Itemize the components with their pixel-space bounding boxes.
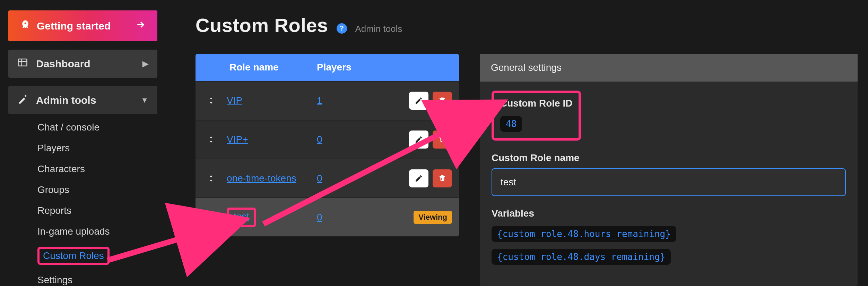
- delete-button[interactable]: [433, 131, 452, 149]
- table-row: VIP+ 0: [196, 120, 459, 159]
- trash-icon: [438, 174, 446, 183]
- field-variables: Variables {custom_role.48.hours_remainin…: [492, 208, 846, 265]
- variable-token[interactable]: {custom_role.48.days_remaining}: [492, 249, 671, 265]
- role-link[interactable]: VIP: [227, 95, 242, 106]
- drag-handle-icon[interactable]: [196, 96, 227, 105]
- nav-dashboard-label: Dashboard: [36, 58, 90, 70]
- subnav-label: Chat / console: [37, 122, 99, 133]
- subnav-label: Reports: [37, 205, 71, 216]
- page-title: Custom Roles: [196, 14, 328, 36]
- roles-table: Role name Players VIP 1: [196, 54, 459, 236]
- players-link[interactable]: 0: [317, 212, 322, 222]
- field-custom-role-id: Custom Role ID 48: [492, 91, 846, 141]
- subnav-label: Custom Roles: [43, 250, 104, 261]
- field-label: Custom Role name: [492, 152, 846, 163]
- custom-role-id-value: 48: [500, 116, 522, 132]
- subnav-characters[interactable]: Characters: [33, 159, 157, 179]
- players-link[interactable]: 1: [317, 95, 322, 106]
- annotation-highlight: Custom Role ID 48: [492, 91, 581, 141]
- custom-role-name-input[interactable]: [492, 168, 846, 196]
- subnav-label: In-game uploads: [37, 226, 110, 237]
- svg-rect-0: [18, 59, 27, 66]
- details-body: Custom Role ID 48 Custom Role name Varia…: [480, 82, 858, 286]
- subnav-chat-console[interactable]: Chat / console: [33, 118, 157, 137]
- help-icon[interactable]: ?: [337, 23, 347, 34]
- wand-icon: [17, 94, 28, 107]
- subnav-settings[interactable]: Settings: [33, 270, 157, 286]
- pencil-icon: [415, 96, 423, 105]
- sidebar: Getting started Dashboard ▶ Admin tools …: [8, 10, 157, 286]
- nav-admin-tools-label: Admin tools: [36, 94, 96, 106]
- subnav-label: Characters: [37, 163, 85, 174]
- annotation-highlight: Custom Roles: [37, 247, 110, 265]
- annotation-highlight: test: [227, 208, 256, 227]
- table-header: Role name Players: [196, 54, 459, 81]
- edit-button[interactable]: [409, 92, 428, 110]
- admin-tools-subnav: Chat / console Players Characters Groups…: [8, 118, 157, 286]
- players-link[interactable]: 0: [317, 134, 322, 145]
- subnav-groups[interactable]: Groups: [33, 180, 157, 200]
- field-label: Custom Role ID: [500, 98, 572, 109]
- subnav-ingame-uploads[interactable]: In-game uploads: [33, 222, 157, 241]
- field-label: Variables: [492, 208, 846, 219]
- subnav-players[interactable]: Players: [33, 138, 157, 158]
- th-role-name[interactable]: Role name: [227, 62, 317, 73]
- rocket-icon: [20, 19, 31, 32]
- arrow-right-icon: [135, 19, 146, 32]
- getting-started-button[interactable]: Getting started: [8, 10, 157, 41]
- field-custom-role-name: Custom Role name: [492, 152, 846, 196]
- chevron-right-icon: ▶: [142, 59, 148, 68]
- subnav-label: Groups: [37, 184, 69, 195]
- main: Custom Roles ? Admin tools Role name Pla…: [196, 14, 868, 286]
- details-panel: General settings Custom Role ID 48 Custo…: [480, 54, 858, 286]
- table-row: test 0 Viewing: [196, 197, 459, 236]
- breadcrumb: Admin tools: [355, 24, 402, 34]
- subnav-label: Settings: [37, 275, 72, 285]
- drag-handle-icon[interactable]: [196, 174, 227, 183]
- role-link[interactable]: one-time-tokens: [227, 173, 296, 184]
- role-link[interactable]: VIP+: [227, 134, 248, 145]
- chevron-down-icon: ▼: [141, 96, 148, 105]
- trash-icon: [438, 96, 446, 105]
- th-players[interactable]: Players: [317, 62, 386, 73]
- role-link[interactable]: test: [234, 211, 249, 222]
- variable-token[interactable]: {custom_role.48.hours_remaining}: [492, 226, 676, 242]
- details-header: General settings: [480, 54, 858, 82]
- viewing-badge: Viewing: [414, 211, 452, 224]
- subnav-reports[interactable]: Reports: [33, 201, 157, 220]
- drag-handle-icon[interactable]: [196, 135, 227, 144]
- edit-button[interactable]: [409, 169, 428, 187]
- page-title-row: Custom Roles ? Admin tools: [196, 14, 868, 36]
- pencil-icon: [415, 174, 423, 183]
- table-row: one-time-tokens 0: [196, 159, 459, 197]
- subnav-custom-roles[interactable]: Custom Roles: [33, 243, 157, 269]
- players-link[interactable]: 0: [317, 173, 322, 184]
- getting-started-label: Getting started: [37, 20, 111, 32]
- drag-handle-icon[interactable]: [196, 213, 227, 221]
- pencil-icon: [415, 135, 423, 144]
- delete-button[interactable]: [433, 92, 452, 110]
- delete-button[interactable]: [433, 169, 452, 187]
- nav-dashboard[interactable]: Dashboard ▶: [8, 50, 157, 78]
- content-columns: Role name Players VIP 1: [196, 54, 868, 286]
- subnav-label: Players: [37, 143, 70, 153]
- table-row: VIP 1: [196, 81, 459, 120]
- edit-button[interactable]: [409, 131, 428, 149]
- grid-icon: [17, 57, 28, 70]
- trash-icon: [438, 135, 446, 144]
- nav-admin-tools[interactable]: Admin tools ▼: [8, 86, 157, 114]
